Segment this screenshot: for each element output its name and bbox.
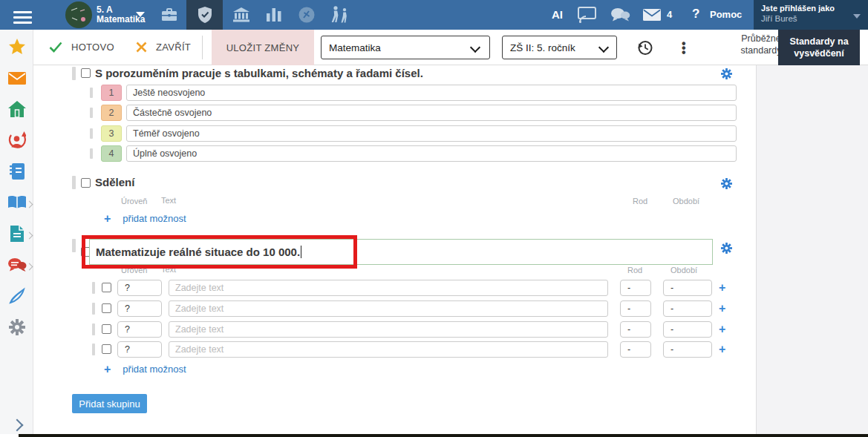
briefcase-icon[interactable] (151, 0, 187, 30)
save-changes-button[interactable]: ULOŽIT ZMĚNY (212, 30, 314, 65)
group3-add-option[interactable]: + přidat možnost (104, 364, 186, 375)
level-badge: 1 (101, 85, 122, 101)
row-gender-select[interactable]: - (620, 280, 651, 296)
row-level-select[interactable]: ? (117, 280, 162, 296)
sidebar-item-pen[interactable] (0, 285, 33, 307)
row-gender-select[interactable]: - (620, 341, 651, 358)
drag-handle[interactable] (72, 67, 76, 80)
row-gender-select[interactable]: - (620, 321, 651, 338)
grade-select[interactable]: ZŠ II: 5. ročník (502, 36, 617, 59)
bottom-edge-bar (19, 434, 868, 437)
close-button[interactable]: ZAVŘÍT (136, 42, 191, 53)
close-label: ZAVŘÍT (156, 42, 191, 53)
hamburger-menu-icon[interactable] (13, 8, 32, 27)
column-label-level: Úroveň (121, 197, 147, 206)
help-button[interactable]: ? (692, 7, 699, 22)
column-label-text: Text (161, 196, 176, 205)
option-text[interactable]: Částečně osvojeno (126, 105, 737, 121)
drag-handle[interactable] (92, 323, 95, 335)
group3-gear-icon[interactable] (721, 243, 732, 257)
row-checkbox[interactable] (102, 283, 111, 292)
add-group-button[interactable]: Přidat skupinu (72, 394, 147, 413)
question-icon: ? (692, 7, 699, 21)
ai-label[interactable]: AI (552, 8, 563, 21)
chat-bubbles-icon[interactable] (610, 7, 630, 26)
group1-gear-icon[interactable] (721, 68, 732, 82)
cast-icon[interactable] (578, 7, 596, 26)
shield-check-icon[interactable] (186, 0, 223, 30)
row-add-icon[interactable]: + (719, 344, 725, 355)
compass-badge-icon[interactable] (288, 0, 324, 30)
drag-handle[interactable] (90, 148, 93, 159)
row-gender-select[interactable]: - (620, 300, 651, 317)
group2-gear-icon[interactable] (721, 178, 732, 192)
row-period-select[interactable]: - (663, 300, 712, 317)
drag-handle[interactable] (90, 108, 93, 118)
drag-handle[interactable] (90, 128, 93, 139)
drag-handle[interactable] (92, 303, 95, 315)
drag-handle[interactable] (72, 176, 76, 189)
subject-select-value: Matematika (329, 42, 381, 53)
row-checkbox[interactable] (102, 324, 111, 334)
option-text[interactable]: Ještě neosvojeno (126, 85, 737, 101)
sidebar-item-book[interactable] (0, 191, 33, 214)
kebab-menu-icon[interactable]: ••• (682, 42, 686, 55)
drag-handle[interactable] (92, 344, 95, 355)
history-icon[interactable] (636, 39, 653, 59)
sidebar-item-person-sync[interactable] (0, 129, 33, 151)
sidebar-item-gear[interactable] (0, 316, 33, 338)
row-level-select[interactable]: ? (117, 300, 162, 317)
row-text-input[interactable] (169, 341, 608, 358)
check-icon (49, 42, 62, 53)
group1-checkbox[interactable] (81, 68, 91, 78)
class-avatar[interactable] (65, 1, 92, 31)
drag-handle[interactable] (72, 239, 76, 252)
sidebar-expand-chevron[interactable] (0, 414, 33, 436)
sidebar-item-home[interactable] (0, 98, 33, 120)
bar-chart-icon[interactable] (255, 0, 292, 30)
done-label: HOTOVO (71, 42, 114, 53)
level-badge: 4 (101, 145, 122, 162)
row-period-select[interactable]: - (663, 341, 712, 358)
drag-handle[interactable] (90, 88, 93, 98)
row-level-select[interactable]: ? (117, 321, 162, 338)
row-add-icon[interactable]: + (719, 303, 725, 314)
group2-add-option[interactable]: + přidat možnost (104, 213, 186, 224)
row-period-select[interactable]: - (663, 280, 712, 296)
row-checkbox[interactable] (102, 303, 111, 313)
group2-checkbox[interactable] (81, 178, 91, 188)
sidebar-item-chat[interactable] (0, 254, 33, 276)
logged-in-user-box[interactable]: Jste přihlášen jako Jiří Bureš (754, 0, 868, 33)
mail-count-badge: 4 (667, 9, 672, 20)
row-text-input[interactable] (169, 321, 608, 338)
row-text-input[interactable] (169, 280, 608, 296)
row-add-icon[interactable]: + (719, 283, 725, 293)
help-label[interactable]: Pomoc (710, 9, 742, 20)
cross-icon (136, 42, 147, 53)
app-window: { "topbar": { "class_name": "5. A", "cla… (0, 0, 868, 437)
bank-icon[interactable] (223, 0, 259, 30)
option-text[interactable]: Téměř osvojeno (126, 125, 737, 142)
tab-report-standards[interactable]: Standardy na vysvědčení (778, 30, 860, 65)
sidebar-item-star[interactable] (0, 36, 33, 58)
done-button[interactable]: HOTOVO (49, 42, 114, 53)
row-level-select[interactable]: ? (117, 341, 162, 358)
level-badge: 2 (101, 105, 122, 121)
row-checkbox[interactable] (102, 344, 111, 354)
drag-handle[interactable] (92, 282, 95, 294)
subject-select[interactable]: Matematika (321, 36, 490, 59)
sidebar-item-notebook[interactable] (0, 160, 33, 183)
caret-down-icon (853, 14, 861, 19)
sidebar-item-envelope[interactable] (0, 67, 33, 89)
caret-down-icon[interactable] (136, 12, 145, 17)
login-caption: Jste přihlášen jako (761, 4, 861, 13)
login-user-name: Jiří Bureš (761, 14, 861, 23)
chevron-down-icon (470, 42, 480, 53)
row-add-icon[interactable]: + (719, 324, 725, 335)
option-text[interactable]: Úplně osvojeno (126, 145, 737, 162)
walkers-icon[interactable] (321, 0, 357, 30)
envelope-icon[interactable] (643, 9, 661, 24)
row-period-select[interactable]: - (663, 321, 712, 338)
row-text-input[interactable] (169, 300, 608, 317)
sidebar-item-document[interactable] (0, 223, 33, 245)
